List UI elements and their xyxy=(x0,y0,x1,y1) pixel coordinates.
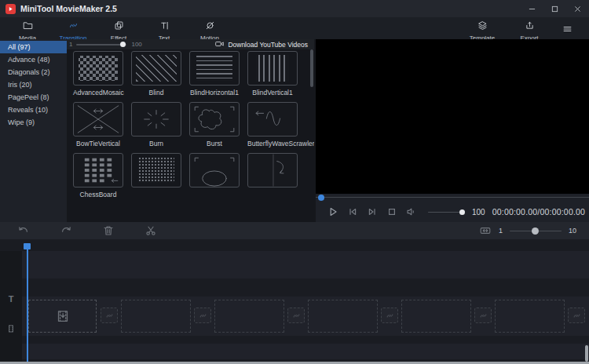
template-layers-icon xyxy=(477,20,488,34)
volume-slider[interactable] xyxy=(428,209,463,215)
media-folder-icon xyxy=(23,20,33,34)
transition-thumbnail xyxy=(189,102,240,136)
seek-handle[interactable] xyxy=(318,195,324,201)
next-frame-button[interactable] xyxy=(366,206,379,218)
transition-name: BlindHorizontal1 xyxy=(189,89,240,96)
seek-track[interactable] xyxy=(316,197,589,198)
zoom-min-label: 1 xyxy=(499,227,503,235)
category-label: Iris (20) xyxy=(8,81,32,89)
sidebar-item-advance[interactable]: Advance (48) xyxy=(0,53,67,66)
transition-thumbnail xyxy=(247,153,298,187)
main-area: All (97)Advance (48)Diagonals (2)Iris (2… xyxy=(0,39,589,222)
duration-min-label: 1 xyxy=(69,41,72,48)
duration-slider[interactable] xyxy=(76,42,126,48)
text-cursor-icon xyxy=(159,20,170,34)
seek-bar[interactable] xyxy=(316,194,589,202)
transition-thumbnail xyxy=(73,153,123,187)
transition-slot[interactable] xyxy=(287,308,305,323)
download-youtube-label: Download YouTube Videos xyxy=(228,41,308,49)
volume-slider-handle[interactable] xyxy=(459,209,465,215)
hamburger-menu-icon[interactable] xyxy=(553,20,581,35)
transition-thumbnail xyxy=(247,51,298,86)
transition-thumbnail xyxy=(131,51,181,86)
sidebar-item-all[interactable]: All (97) xyxy=(0,41,67,53)
transition-slot[interactable] xyxy=(101,308,118,323)
transition-slot[interactable] xyxy=(568,308,585,323)
transition-slot[interactable] xyxy=(381,308,398,323)
download-video-icon xyxy=(214,39,225,50)
sidebar-item-iris[interactable]: Iris (20) xyxy=(0,78,67,91)
tab-effect[interactable]: Effect xyxy=(96,20,141,42)
zoom-slider[interactable] xyxy=(510,228,562,234)
volume-value: 100 xyxy=(472,208,485,217)
panel-scrollbar[interactable] xyxy=(310,49,313,87)
delete-icon[interactable] xyxy=(102,224,115,237)
split-scissors-icon[interactable] xyxy=(145,224,157,237)
transition-item-chessboard[interactable]: ChessBoard xyxy=(73,153,123,198)
timeline-vertical-scrollbar[interactable] xyxy=(585,345,588,362)
transition-thumbnail xyxy=(73,51,123,86)
transition-item-partial[interactable] xyxy=(131,153,181,198)
transition-slot[interactable] xyxy=(194,308,211,323)
transition-grid-wrap: AdvancedMosaicBlindBlindHorizontal1Blind… xyxy=(67,49,314,222)
undo-icon[interactable] xyxy=(17,224,30,237)
clip-placeholder[interactable] xyxy=(401,300,471,333)
export-button[interactable]: Export xyxy=(506,20,553,42)
duration-slider-track[interactable] xyxy=(76,44,126,46)
transition-item-partial[interactable] xyxy=(247,153,298,198)
transition-item-butterflywavescrawler[interactable]: ButterflyWaveScrawler xyxy=(247,102,298,147)
category-label: Reveals (10) xyxy=(8,106,48,114)
edit-tools xyxy=(17,224,157,237)
transition-item-advancedmosaic[interactable]: AdvancedMosaic xyxy=(73,51,123,96)
transition-panel-topbar: 1 100 Download YouTube Videos xyxy=(67,39,314,49)
transition-item-blindhorizontal1[interactable]: BlindHorizontal1 xyxy=(189,51,240,96)
sidebar-item-reveals[interactable]: Reveals (10) xyxy=(0,104,67,116)
volume-icon[interactable] xyxy=(405,206,418,218)
playhead[interactable] xyxy=(27,243,28,362)
app-logo-icon xyxy=(5,4,16,14)
transition-grid: AdvancedMosaicBlindBlindHorizontal1Blind… xyxy=(67,49,314,204)
sidebar-item-diagonals[interactable]: Diagonals (2) xyxy=(0,66,67,78)
sidebar-item-pagepeel[interactable]: PagePeel (8) xyxy=(0,91,67,104)
titlebar: MiniTool MovieMaker 2.5 xyxy=(0,0,589,17)
clip-placeholder[interactable] xyxy=(121,300,191,333)
transition-item-partial[interactable] xyxy=(189,153,240,198)
transition-item-blindvertical1[interactable]: BlindVertical1 xyxy=(247,51,298,96)
tab-text[interactable]: Text xyxy=(141,20,187,42)
transition-thumbnail xyxy=(131,102,181,136)
transition-item-bowtievertical[interactable]: BowTieVertical xyxy=(73,102,123,147)
media-drop-zone[interactable] xyxy=(28,300,97,333)
transition-name: Burst xyxy=(189,140,240,147)
window-controls xyxy=(521,0,589,17)
transition-slot[interactable] xyxy=(474,308,492,323)
transition-name: BowTieVertical xyxy=(73,140,123,147)
transition-name: ButterflyWaveScrawler xyxy=(247,140,298,147)
clip-placeholder[interactable] xyxy=(308,300,378,333)
stop-button[interactable] xyxy=(386,206,398,218)
track-header-column: T xyxy=(0,251,22,362)
transition-name: ChessBoard xyxy=(73,191,123,198)
export-up-icon xyxy=(525,20,535,34)
redo-icon[interactable] xyxy=(60,224,72,237)
duration-value-label: 100 xyxy=(131,41,141,48)
download-youtube-link[interactable]: Download YouTube Videos xyxy=(214,39,308,50)
tab-transition[interactable]: Transition xyxy=(50,20,96,42)
previous-frame-button[interactable] xyxy=(346,206,359,218)
zoom-slider-handle[interactable] xyxy=(532,228,539,235)
transition-thumbnail xyxy=(189,153,240,187)
play-button[interactable] xyxy=(327,206,339,218)
clip-placeholder[interactable] xyxy=(214,300,284,333)
tab-media[interactable]: Media xyxy=(5,20,50,42)
template-button[interactable]: Template xyxy=(459,20,506,42)
volume-slider-track[interactable] xyxy=(428,212,463,213)
clip-placeholder[interactable] xyxy=(495,300,565,333)
maximize-icon[interactable] xyxy=(543,0,566,17)
sidebar-item-wipe[interactable]: Wipe (9) xyxy=(0,116,67,129)
transition-item-burn[interactable]: Burn xyxy=(131,102,181,147)
duration-slider-handle[interactable] xyxy=(120,42,126,47)
minimize-icon[interactable] xyxy=(521,0,543,17)
transition-item-burst[interactable]: Burst xyxy=(189,102,240,147)
close-icon[interactable] xyxy=(566,0,589,17)
transition-item-blind[interactable]: Blind xyxy=(131,51,181,96)
fit-timeline-icon[interactable] xyxy=(479,224,492,237)
